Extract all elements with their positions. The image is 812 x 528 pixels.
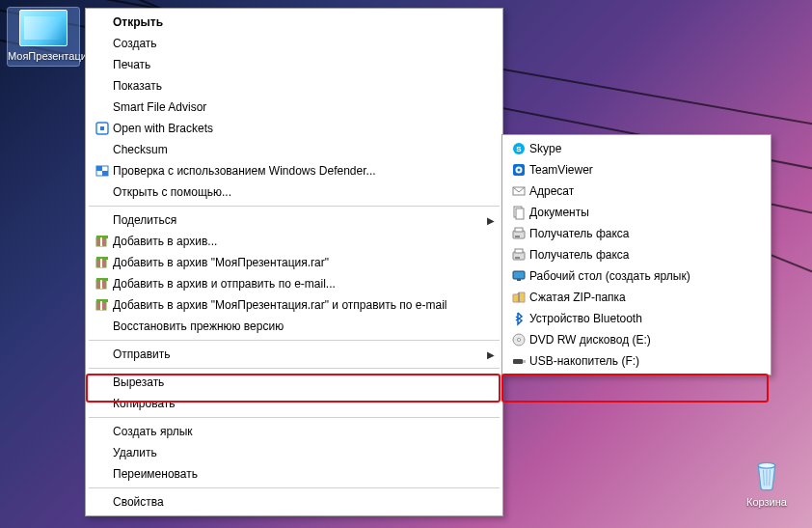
context-menu-sendto-item-6[interactable]: Рабочий стол (создать ярлык) — [504, 265, 769, 287]
menu-item-label: Вырезать — [113, 375, 483, 389]
dvd-icon — [508, 331, 529, 348]
svg-rect-2 — [100, 126, 104, 130]
menu-item-label: Создать — [113, 37, 483, 50]
svg-rect-30 — [515, 249, 523, 253]
context-menu-sendto-item-7[interactable]: Сжатая ZIP-папка — [504, 287, 769, 308]
blank-icon — [92, 183, 113, 201]
menu-item-label: Показать — [113, 79, 483, 93]
menu-item-label: Checksum — [113, 143, 483, 156]
desk-icon — [508, 267, 529, 285]
blank-icon — [92, 374, 113, 391]
context-menu-sendto-item-0[interactable]: SSkype — [504, 138, 769, 159]
blank-icon — [92, 444, 113, 461]
menu-item-label: Добавить в архив "МояПрезентация.rar" — [113, 256, 483, 269]
context-menu-main-item-3[interactable]: Показать — [88, 75, 501, 97]
menu-item-label: Открыть — [113, 15, 483, 29]
menu-separator — [89, 487, 500, 488]
svg-rect-25 — [516, 208, 524, 219]
context-menu-main-item-2[interactable]: Печать — [88, 54, 501, 75]
context-menu-main-item-26[interactable]: Свойства — [88, 491, 501, 513]
submenu-arrow-icon: ▶ — [487, 215, 495, 226]
context-menu-sendto-item-1[interactable]: TeamViewer — [504, 159, 769, 181]
menu-item-label: Устройство Bluetooth — [529, 312, 751, 325]
context-menu-sendto-item-5[interactable]: Получатель факса — [504, 244, 769, 265]
menu-item-label: Получатель факса — [529, 248, 751, 262]
menu-item-label: USB-накопитель (F:) — [529, 354, 751, 368]
tv-icon — [508, 161, 529, 179]
pptx-thumbnail-icon — [19, 10, 68, 46]
menu-item-label: Отправить — [113, 347, 483, 361]
context-menu-main-item-20[interactable]: Копировать — [88, 393, 501, 414]
menu-item-label: Печать — [113, 58, 483, 71]
context-menu-sendto-item-4[interactable]: Получатель факса — [504, 223, 769, 244]
menu-item-label: Сжатая ZIP-папка — [529, 291, 751, 304]
menu-item-label: Open with Brackets — [113, 122, 483, 135]
context-menu-main-item-10[interactable]: Поделиться▶ — [88, 209, 501, 231]
fax-icon — [508, 225, 529, 242]
svg-text:S: S — [516, 145, 522, 153]
context-menu-main-item-22[interactable]: Создать ярлык — [88, 421, 501, 442]
bt-icon — [508, 310, 529, 327]
context-menu-main-item-5[interactable]: Open with Brackets — [88, 118, 501, 139]
context-menu-main-item-6[interactable]: Checksum — [88, 139, 501, 160]
context-menu-main-item-15[interactable]: Восстановить прежнюю версию — [88, 316, 501, 337]
menu-separator — [89, 368, 500, 369]
docs-icon — [508, 204, 529, 221]
blank-icon — [92, 211, 113, 229]
menu-item-label: Адресат — [529, 184, 751, 198]
svg-rect-4 — [96, 166, 102, 171]
rar-icon — [92, 254, 113, 271]
context-menu-sendto-item-2[interactable]: Адресат — [504, 181, 769, 202]
svg-rect-31 — [515, 257, 520, 259]
context-menu-main-item-19[interactable]: Вырезать — [88, 372, 501, 393]
context-menu-main-item-13[interactable]: Добавить в архив и отправить по e-mail..… — [88, 273, 501, 294]
blank-icon — [92, 141, 113, 158]
menu-item-label: Skype — [529, 142, 751, 155]
menu-item-label: DVD RW дисковод (E:) — [529, 333, 751, 347]
context-menu-main-item-7[interactable]: Проверка с использованием Windows Defend… — [88, 160, 501, 181]
menu-separator — [89, 340, 500, 341]
context-menu-main-item-17[interactable]: Отправить▶ — [88, 344, 501, 365]
desktop-file-label: МояПрезентация.pptx — [8, 50, 79, 63]
highlight-box-usb — [501, 374, 769, 403]
svg-rect-14 — [100, 280, 102, 289]
context-menu-sendto-item-3[interactable]: Документы — [504, 202, 769, 223]
blank-icon — [92, 493, 113, 511]
context-menu-sendto-item-10[interactable]: USB-накопитель (F:) — [504, 350, 769, 372]
menu-item-label: Восстановить прежнюю версию — [113, 320, 483, 333]
desktop-file-pptx[interactable]: МояПрезентация.pptx — [8, 8, 79, 66]
context-menu-main-item-1[interactable]: Создать — [88, 33, 501, 54]
context-menu-sendto: SSkypeTeamViewerАдресатДокументыПолучате… — [501, 134, 771, 375]
menu-item-label: Добавить в архив "МояПрезентация.rar" и … — [113, 298, 483, 312]
context-menu-main-item-0[interactable]: Открыть — [88, 12, 501, 33]
skype-icon: S — [508, 140, 529, 157]
svg-point-0 — [758, 462, 775, 468]
context-menu-main: ОткрытьСоздатьПечатьПоказатьSmart File A… — [85, 8, 503, 516]
usb-icon — [508, 352, 529, 370]
context-menu-main-item-24[interactable]: Переименовать — [88, 463, 501, 485]
svg-rect-33 — [517, 279, 521, 281]
context-menu-main-item-4[interactable]: Smart File Advisor — [88, 97, 501, 118]
menu-item-label: Smart File Advisor — [113, 100, 483, 114]
context-menu-main-item-14[interactable]: Добавить в архив "МояПрезентация.rar" и … — [88, 294, 501, 316]
svg-rect-27 — [515, 228, 523, 232]
menu-separator — [89, 206, 500, 207]
menu-item-label: Добавить в архив... — [113, 235, 483, 248]
svg-rect-11 — [100, 259, 102, 267]
context-menu-main-item-8[interactable]: Открыть с помощью... — [88, 181, 501, 203]
svg-rect-28 — [515, 236, 520, 237]
menu-item-label: Рабочий стол (создать ярлык) — [529, 269, 751, 283]
rar-icon — [92, 233, 113, 250]
menu-item-label: Свойства — [113, 495, 483, 509]
menu-item-label: Получатель факса — [529, 227, 751, 240]
desktop-recycle-bin[interactable]: Корзина — [733, 454, 800, 509]
zip-icon — [508, 289, 529, 306]
context-menu-sendto-item-9[interactable]: DVD RW дисковод (E:) — [504, 329, 769, 350]
context-menu-main-item-11[interactable]: Добавить в архив... — [88, 231, 501, 252]
svg-rect-32 — [513, 271, 525, 279]
context-menu-sendto-item-8[interactable]: Устройство Bluetooth — [504, 308, 769, 329]
context-menu-main-item-12[interactable]: Добавить в архив "МояПрезентация.rar" — [88, 252, 501, 273]
svg-rect-34 — [518, 292, 520, 302]
context-menu-main-item-23[interactable]: Удалить — [88, 442, 501, 463]
svg-rect-37 — [513, 359, 523, 364]
